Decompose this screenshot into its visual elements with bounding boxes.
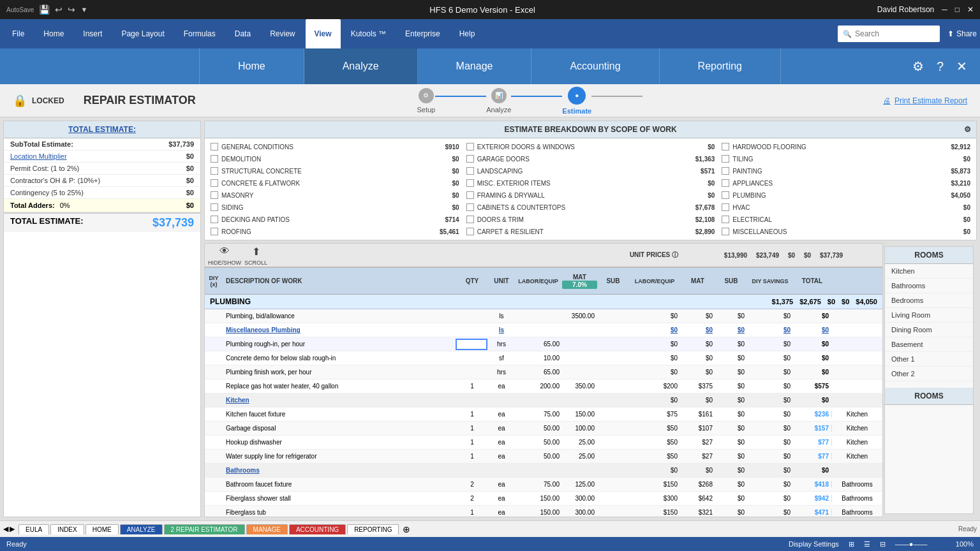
- row-labor-price: 65.00: [514, 341, 562, 348]
- nav-tab-accounting[interactable]: Accounting: [531, 48, 659, 84]
- tab-scroll-right[interactable]: ▶: [10, 525, 15, 533]
- ribbon-tab-view[interactable]: View: [306, 19, 341, 48]
- breakdown-appliances: APPLIANCES $3,210: [718, 177, 974, 189]
- restore-button[interactable]: □: [955, 5, 960, 14]
- room-item-dining-room[interactable]: Dining Room: [885, 323, 973, 337]
- miscellaneous-checkbox[interactable]: [722, 228, 729, 235]
- close-icon[interactable]: ✕: [956, 59, 967, 74]
- painting-checkbox[interactable]: [722, 167, 729, 175]
- help-icon[interactable]: ?: [937, 59, 944, 74]
- nav-tab-home[interactable]: Home: [199, 48, 304, 84]
- landscaping-checkbox[interactable]: [466, 167, 474, 175]
- sheet-tab-reporting[interactable]: REPORTING: [347, 524, 399, 534]
- row-savings: $0: [747, 369, 793, 376]
- wizard-step-estimate[interactable]: ● Estimate: [562, 87, 591, 115]
- ribbon-tab-file[interactable]: File: [3, 19, 33, 48]
- masonry-checkbox[interactable]: [211, 191, 218, 199]
- cabinets-checkbox[interactable]: [466, 203, 474, 211]
- electrical-checkbox[interactable]: [722, 216, 729, 223]
- misc-exterior-checkbox[interactable]: [466, 179, 474, 187]
- garage-doors-checkbox[interactable]: [466, 155, 474, 163]
- doors-trim-checkbox[interactable]: [466, 216, 474, 223]
- qty-input-field[interactable]: [456, 339, 487, 350]
- grid-view-icon[interactable]: ⊞: [849, 540, 854, 548]
- nav-tab-manage[interactable]: Manage: [418, 48, 532, 84]
- subtotal-label: SubTotal Estimate:: [10, 140, 73, 148]
- zoom-slider[interactable]: ——●——: [895, 540, 946, 548]
- more-icon[interactable]: ▼: [80, 6, 87, 13]
- share-button[interactable]: ⬆ Share: [947, 19, 977, 48]
- ribbon-tab-enterprise[interactable]: Enterprise: [396, 19, 449, 48]
- room-item-bathrooms[interactable]: Bathrooms: [885, 279, 973, 293]
- plumbing-checkbox[interactable]: [722, 191, 729, 199]
- room-item-other-1[interactable]: Other 1: [885, 352, 973, 367]
- roofing-checkbox[interactable]: [211, 228, 218, 235]
- row-qty-input[interactable]: [456, 339, 489, 350]
- location-link[interactable]: Location Multiplier: [10, 152, 67, 160]
- ribbon-tab-formulas[interactable]: Formulas: [175, 19, 225, 48]
- row-desc[interactable]: Miscellaneous Plumbing: [223, 327, 456, 334]
- framing-checkbox[interactable]: [466, 191, 474, 199]
- siding-checkbox[interactable]: [211, 203, 218, 211]
- add-sheet-icon[interactable]: ⊕: [403, 524, 410, 534]
- appliances-checkbox[interactable]: [722, 179, 729, 187]
- display-settings-label[interactable]: Display Settings: [789, 540, 839, 548]
- hardwood-checkbox[interactable]: [722, 143, 729, 151]
- row-sub: $0: [715, 355, 747, 362]
- sheet-tab-eula[interactable]: EULA: [19, 524, 49, 534]
- demolition-checkbox[interactable]: [211, 155, 218, 163]
- hide-show-button[interactable]: 👁 HIDE/SHOW: [208, 244, 241, 266]
- scroll-button[interactable]: ⬆ SCROLL: [244, 244, 267, 266]
- sheet-tab-home[interactable]: HOME: [85, 524, 119, 534]
- decking-checkbox[interactable]: [211, 216, 218, 223]
- save-icon[interactable]: 💾: [39, 4, 50, 15]
- nav-tab-analyze[interactable]: Analyze: [304, 48, 418, 84]
- room-item-kitchen[interactable]: Kitchen: [885, 264, 973, 279]
- minimize-button[interactable]: ─: [942, 5, 947, 14]
- sheet-tab-analyze[interactable]: ANALYZE: [120, 524, 163, 534]
- room-item-living-room[interactable]: Living Room: [885, 308, 973, 323]
- ribbon-tab-page-layout[interactable]: Page Layout: [112, 19, 173, 48]
- sheet-tab-accounting[interactable]: ACCOUNTING: [289, 524, 346, 534]
- ribbon-search-box[interactable]: 🔍: [838, 26, 940, 42]
- print-button[interactable]: 🖨 Print Estimate Report: [883, 96, 967, 105]
- undo-icon[interactable]: ↩: [55, 4, 63, 15]
- nav-tab-reporting[interactable]: Reporting: [660, 48, 781, 84]
- room-item-other-2[interactable]: Other 2: [885, 367, 973, 381]
- row-labor: $0: [629, 369, 680, 376]
- tab-scroll-left[interactable]: ◀: [3, 525, 8, 533]
- concrete-checkbox[interactable]: [211, 179, 218, 187]
- tiling-checkbox[interactable]: [722, 155, 729, 163]
- bathrooms-subsection-label[interactable]: Bathrooms: [223, 467, 456, 474]
- close-button[interactable]: ✕: [967, 5, 974, 14]
- ribbon-tab-home[interactable]: Home: [34, 19, 73, 48]
- settings-icon[interactable]: ⚙: [912, 59, 924, 74]
- wizard-step-analyze[interactable]: 📊 Analyze: [486, 88, 511, 114]
- ribbon-tab-review[interactable]: Review: [261, 19, 304, 48]
- carpet-checkbox[interactable]: [466, 228, 474, 235]
- ribbon-tab-insert[interactable]: Insert: [74, 19, 111, 48]
- list-view-icon[interactable]: ☰: [864, 540, 870, 548]
- page-view-icon[interactable]: ⊟: [880, 540, 886, 548]
- structural-checkbox[interactable]: [211, 167, 218, 175]
- setup-step-label: Setup: [417, 106, 435, 114]
- lock-icon: 🔒: [13, 94, 27, 108]
- redo-icon[interactable]: ↪: [68, 4, 75, 15]
- search-input[interactable]: [855, 29, 932, 38]
- sheet-tab-index[interactable]: INDEX: [50, 524, 84, 534]
- breakdown-garage-doors: GARAGE DOORS $1,363: [463, 153, 718, 165]
- plumbing-section-label: PLUMBING: [210, 297, 251, 306]
- ribbon-tab-kutools[interactable]: Kutools ™: [342, 19, 395, 48]
- kitchen-subsection-label[interactable]: Kitchen: [223, 397, 456, 404]
- breakdown-gear-icon[interactable]: ⚙: [964, 125, 971, 134]
- room-item-basement[interactable]: Basement: [885, 337, 973, 352]
- sheet-tab-repair-estimator[interactable]: 2 REPAIR ESTIMATOR: [164, 524, 245, 534]
- ribbon-tab-help[interactable]: Help: [450, 19, 484, 48]
- wizard-step-setup[interactable]: ⚙ Setup: [417, 88, 435, 114]
- hvac-checkbox[interactable]: [722, 203, 729, 211]
- general-conditions-checkbox[interactable]: [211, 143, 218, 151]
- sheet-tab-manage[interactable]: MANAGE: [246, 524, 288, 534]
- room-item-bedrooms[interactable]: Bedrooms: [885, 293, 973, 308]
- exterior-doors-checkbox[interactable]: [466, 143, 474, 151]
- ribbon-tab-data[interactable]: Data: [226, 19, 260, 48]
